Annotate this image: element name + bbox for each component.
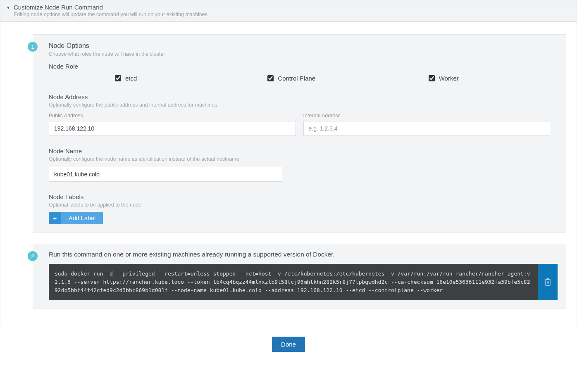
public-address-label: Public Address	[49, 113, 296, 119]
add-label-button-text: Add Label	[61, 212, 103, 224]
header-text-block: Customize Node Run Command Editing node …	[14, 4, 207, 17]
node-labels-subtitle: Optional labels to be applied to the nod…	[49, 202, 550, 208]
role-control-plane-checkbox[interactable]	[267, 75, 274, 81]
command-text[interactable]: sudo docker run -d --privileged --restar…	[49, 264, 538, 300]
collapsible-header[interactable]: ▼ Customize Node Run Command Editing nod…	[0, 0, 577, 22]
public-address-col: Public Address	[49, 113, 296, 136]
clipboard-icon	[544, 278, 551, 286]
role-etcd-checkbox[interactable]	[115, 75, 121, 81]
step-1-badge: 1	[28, 42, 38, 52]
expand-toggle-icon[interactable]: ▼	[6, 5, 10, 10]
role-worker-label: Worker	[439, 75, 459, 82]
role-control-plane[interactable]: Control Plane	[236, 75, 389, 82]
address-row: Public Address Internal Address	[49, 113, 550, 136]
step-2-title: Run this command on one or more existing…	[49, 251, 558, 258]
done-button[interactable]: Done	[272, 337, 305, 352]
internal-address-input[interactable]	[303, 121, 551, 136]
node-address-subtitle: Optionally configure the public address …	[49, 102, 550, 108]
node-role-row: etcd Control Plane Worker	[49, 75, 550, 82]
role-worker-checkbox[interactable]	[429, 75, 435, 81]
header-subtitle: Editing node options will update the com…	[14, 12, 207, 17]
role-etcd-label: etcd	[125, 75, 137, 82]
role-control-plane-label: Control Plane	[278, 75, 315, 82]
copy-command-button[interactable]	[538, 264, 558, 300]
command-container: sudo docker run -d --privileged --restar…	[49, 264, 558, 300]
node-options-subtitle: Choose what roles the node will have in …	[49, 51, 550, 57]
public-address-input[interactable]	[49, 121, 296, 136]
node-options-title: Node Options	[49, 42, 550, 50]
step-1-body: Node Options Choose what roles the node …	[33, 34, 566, 233]
step-2-body: Run this command on one or more existing…	[33, 244, 566, 309]
node-labels-heading: Node Labels	[49, 193, 550, 200]
node-role-heading: Node Role	[49, 63, 550, 70]
main-panel: 1 Node Options Choose what roles the nod…	[0, 22, 577, 325]
add-label-button[interactable]: + Add Label	[49, 212, 103, 224]
role-etcd[interactable]: etcd	[49, 75, 236, 82]
node-address-heading: Node Address	[49, 93, 550, 100]
node-name-input[interactable]	[49, 167, 282, 182]
step-2: 2 Run this command on one or more existi…	[33, 244, 566, 309]
node-name-subtitle: Optionally configure the node name as id…	[49, 156, 550, 162]
step-1: 1 Node Options Choose what roles the nod…	[33, 34, 566, 233]
header-title: Customize Node Run Command	[14, 4, 207, 11]
plus-icon: +	[49, 212, 61, 224]
step-2-badge: 2	[28, 251, 38, 261]
node-name-heading: Node Name	[49, 147, 550, 154]
footer: Done	[0, 337, 577, 364]
internal-address-col: Internal Address	[303, 113, 551, 136]
role-worker[interactable]: Worker	[389, 75, 550, 82]
internal-address-label: Internal Address	[303, 113, 551, 119]
